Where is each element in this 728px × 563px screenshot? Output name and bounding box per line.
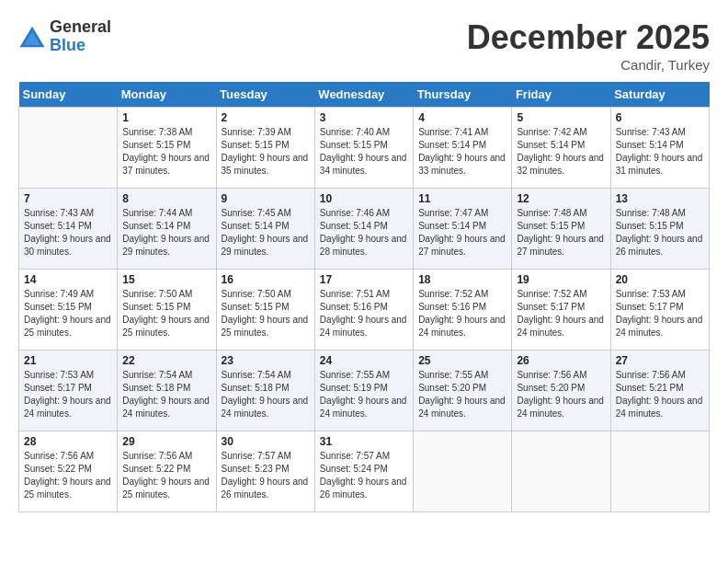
weekday-header: Friday: [512, 82, 610, 108]
day-number: 28: [24, 435, 112, 448]
day-info: Sunrise: 7:54 AMSunset: 5:18 PMDaylight:…: [222, 370, 309, 419]
day-number: 23: [222, 354, 310, 367]
day-info: Sunrise: 7:48 AMSunset: 5:15 PMDaylight:…: [517, 208, 604, 257]
calendar-cell: 2 Sunrise: 7:39 AMSunset: 5:15 PMDayligh…: [216, 108, 314, 189]
calendar-week-row: 28 Sunrise: 7:56 AMSunset: 5:22 PMDaylig…: [19, 431, 710, 512]
calendar-cell: 11 Sunrise: 7:47 AMSunset: 5:14 PMDaylig…: [414, 189, 512, 270]
day-info: Sunrise: 7:52 AMSunset: 5:16 PMDaylight:…: [418, 289, 506, 338]
day-number: 30: [222, 435, 310, 448]
day-number: 24: [320, 354, 408, 367]
calendar-cell: 4 Sunrise: 7:41 AMSunset: 5:14 PMDayligh…: [414, 108, 512, 189]
calendar-cell: 26 Sunrise: 7:56 AMSunset: 5:20 PMDaylig…: [512, 350, 610, 431]
calendar-cell: 8 Sunrise: 7:44 AMSunset: 5:14 PMDayligh…: [118, 189, 216, 270]
day-number: 22: [122, 354, 210, 367]
day-number: 26: [517, 354, 605, 367]
logo-icon: [18, 23, 46, 51]
day-number: 5: [517, 111, 605, 124]
calendar-cell: 28 Sunrise: 7:56 AMSunset: 5:22 PMDaylig…: [19, 431, 118, 512]
calendar-cell: 25 Sunrise: 7:55 AMSunset: 5:20 PMDaylig…: [414, 350, 512, 431]
day-info: Sunrise: 7:52 AMSunset: 5:17 PMDaylight:…: [517, 289, 604, 338]
calendar-cell: 17 Sunrise: 7:51 AMSunset: 5:16 PMDaylig…: [314, 270, 413, 350]
weekday-header: Wednesday: [314, 82, 413, 108]
day-info: Sunrise: 7:50 AMSunset: 5:15 PMDaylight:…: [122, 289, 210, 338]
calendar-cell: 23 Sunrise: 7:54 AMSunset: 5:18 PMDaylig…: [216, 350, 314, 431]
day-number: 25: [418, 354, 506, 367]
location: Candir, Turkey: [467, 57, 710, 73]
day-info: Sunrise: 7:45 AMSunset: 5:14 PMDaylight:…: [222, 208, 309, 257]
day-number: 27: [616, 354, 704, 367]
logo-blue: Blue: [50, 37, 111, 55]
day-info: Sunrise: 7:56 AMSunset: 5:20 PMDaylight:…: [517, 370, 604, 419]
calendar-table: SundayMondayTuesdayWednesdayThursdayFrid…: [18, 82, 710, 512]
calendar-cell: 29 Sunrise: 7:56 AMSunset: 5:22 PMDaylig…: [118, 431, 216, 512]
day-number: 31: [320, 435, 408, 448]
day-number: 18: [418, 273, 506, 286]
calendar-cell: 21 Sunrise: 7:53 AMSunset: 5:17 PMDaylig…: [19, 350, 118, 431]
calendar-cell: 7 Sunrise: 7:43 AMSunset: 5:14 PMDayligh…: [19, 189, 118, 270]
day-info: Sunrise: 7:56 AMSunset: 5:21 PMDaylight:…: [616, 370, 703, 419]
month-title: December 2025: [467, 18, 710, 57]
day-info: Sunrise: 7:47 AMSunset: 5:14 PMDaylight:…: [418, 208, 506, 257]
logo-text: General Blue: [50, 18, 111, 55]
calendar-week-row: 21 Sunrise: 7:53 AMSunset: 5:17 PMDaylig…: [19, 350, 710, 431]
day-number: 12: [517, 192, 605, 205]
day-number: 16: [222, 273, 310, 286]
weekday-header-row: SundayMondayTuesdayWednesdayThursdayFrid…: [19, 82, 710, 108]
day-info: Sunrise: 7:57 AMSunset: 5:24 PMDaylight:…: [320, 451, 407, 500]
calendar-cell: [512, 431, 610, 512]
calendar-cell: 16 Sunrise: 7:50 AMSunset: 5:15 PMDaylig…: [216, 270, 314, 350]
calendar-cell: [414, 431, 512, 512]
day-info: Sunrise: 7:43 AMSunset: 5:14 PMDaylight:…: [616, 127, 703, 176]
weekday-header: Saturday: [610, 82, 709, 108]
day-info: Sunrise: 7:44 AMSunset: 5:14 PMDaylight:…: [122, 208, 210, 257]
page-header: General Blue December 2025 Candir, Turke…: [18, 18, 710, 73]
calendar-cell: [19, 108, 118, 189]
day-number: 20: [616, 273, 704, 286]
day-info: Sunrise: 7:48 AMSunset: 5:15 PMDaylight:…: [616, 208, 703, 257]
weekday-header: Tuesday: [216, 82, 314, 108]
calendar-cell: 15 Sunrise: 7:50 AMSunset: 5:15 PMDaylig…: [118, 270, 216, 350]
day-info: Sunrise: 7:50 AMSunset: 5:15 PMDaylight:…: [222, 289, 309, 338]
day-number: 9: [222, 192, 310, 205]
calendar-week-row: 1 Sunrise: 7:38 AMSunset: 5:15 PMDayligh…: [19, 108, 710, 189]
day-number: 6: [616, 111, 704, 124]
day-info: Sunrise: 7:56 AMSunset: 5:22 PMDaylight:…: [122, 451, 210, 500]
day-info: Sunrise: 7:42 AMSunset: 5:14 PMDaylight:…: [517, 127, 604, 176]
day-number: 15: [122, 273, 210, 286]
day-info: Sunrise: 7:40 AMSunset: 5:15 PMDaylight:…: [320, 127, 407, 176]
day-info: Sunrise: 7:41 AMSunset: 5:14 PMDaylight:…: [418, 127, 506, 176]
calendar-cell: 10 Sunrise: 7:46 AMSunset: 5:14 PMDaylig…: [314, 189, 413, 270]
day-info: Sunrise: 7:38 AMSunset: 5:15 PMDaylight:…: [122, 127, 210, 176]
calendar-cell: 22 Sunrise: 7:54 AMSunset: 5:18 PMDaylig…: [118, 350, 216, 431]
calendar-week-row: 7 Sunrise: 7:43 AMSunset: 5:14 PMDayligh…: [19, 189, 710, 270]
calendar-cell: 19 Sunrise: 7:52 AMSunset: 5:17 PMDaylig…: [512, 270, 610, 350]
day-number: 7: [24, 192, 112, 205]
weekday-header: Monday: [118, 82, 216, 108]
calendar-cell: 31 Sunrise: 7:57 AMSunset: 5:24 PMDaylig…: [314, 431, 413, 512]
calendar-week-row: 14 Sunrise: 7:49 AMSunset: 5:15 PMDaylig…: [19, 270, 710, 350]
day-number: 14: [24, 273, 112, 286]
calendar-cell: 24 Sunrise: 7:55 AMSunset: 5:19 PMDaylig…: [314, 350, 413, 431]
day-number: 3: [320, 111, 408, 124]
calendar-cell: 3 Sunrise: 7:40 AMSunset: 5:15 PMDayligh…: [314, 108, 413, 189]
calendar-cell: 14 Sunrise: 7:49 AMSunset: 5:15 PMDaylig…: [19, 270, 118, 350]
day-info: Sunrise: 7:55 AMSunset: 5:20 PMDaylight:…: [418, 370, 506, 419]
weekday-header: Thursday: [414, 82, 512, 108]
weekday-header: Sunday: [19, 82, 118, 108]
title-block: December 2025 Candir, Turkey: [467, 18, 710, 73]
day-info: Sunrise: 7:53 AMSunset: 5:17 PMDaylight:…: [616, 289, 703, 338]
day-number: 29: [122, 435, 210, 448]
calendar-cell: 30 Sunrise: 7:57 AMSunset: 5:23 PMDaylig…: [216, 431, 314, 512]
day-number: 10: [320, 192, 408, 205]
day-number: 8: [122, 192, 210, 205]
calendar-cell: 6 Sunrise: 7:43 AMSunset: 5:14 PMDayligh…: [610, 108, 709, 189]
day-number: 13: [616, 192, 704, 205]
calendar-cell: 1 Sunrise: 7:38 AMSunset: 5:15 PMDayligh…: [118, 108, 216, 189]
day-info: Sunrise: 7:53 AMSunset: 5:17 PMDaylight:…: [24, 370, 111, 419]
day-number: 2: [222, 111, 310, 124]
day-number: 11: [418, 192, 506, 205]
day-info: Sunrise: 7:43 AMSunset: 5:14 PMDaylight:…: [24, 208, 111, 257]
day-info: Sunrise: 7:55 AMSunset: 5:19 PMDaylight:…: [320, 370, 407, 419]
logo-general: General: [50, 18, 111, 37]
day-number: 21: [24, 354, 112, 367]
